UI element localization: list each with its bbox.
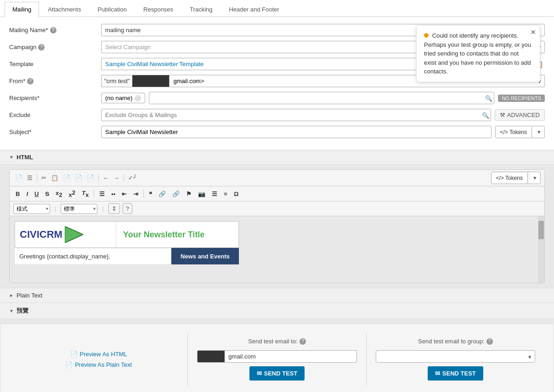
tab-publication[interactable]: Publication xyxy=(90,2,135,17)
send-masked-text xyxy=(197,350,225,363)
tooltip-content: Could not identify any recipients. Perha… xyxy=(424,31,532,76)
editor-undo-btn[interactable]: ← xyxy=(101,174,111,182)
recipient-remove-btn[interactable]: ⚪ xyxy=(134,95,141,101)
preview-inner: 📄 Preview As HTML 📄 Preview As Plain Tex… xyxy=(10,333,544,385)
html-section-title: HTML xyxy=(17,154,33,161)
newsletter-header: CIVICRM Your Newsletter Title xyxy=(15,221,239,248)
plain-text-title: Plain Text xyxy=(17,292,42,299)
heading-select[interactable]: 標準 xyxy=(61,204,97,214)
send-test-group-button[interactable]: ✉ SEND TEST xyxy=(428,366,483,381)
editor-cut-btn[interactable]: ✂ xyxy=(40,174,48,182)
mailing-name-help-icon[interactable]: ? xyxy=(50,27,57,34)
indent-btn[interactable]: ⇥ xyxy=(131,190,141,198)
send-icon: ✉ xyxy=(257,370,262,377)
plain-text-header[interactable]: ► Plain Text xyxy=(0,288,554,302)
subscript-btn[interactable]: x2 xyxy=(53,189,64,199)
style-select[interactable]: 様式 xyxy=(13,204,50,214)
preview-section-header[interactable]: ▼ 預覽 xyxy=(0,302,554,319)
tab-tracking[interactable]: Tracking xyxy=(182,2,220,17)
format-sep-1 xyxy=(94,190,94,198)
editor-toolbar-right: </> Tokens ▾ xyxy=(491,172,541,184)
editor-copy-btn[interactable]: 📋 xyxy=(49,174,60,182)
recipients-search-button[interactable]: 🔍 xyxy=(485,95,492,101)
news-events-button[interactable]: News and Events xyxy=(171,248,239,264)
editor-tokens-main[interactable]: </> Tokens xyxy=(492,173,528,184)
blockquote-btn[interactable]: ❝ xyxy=(147,190,154,198)
tab-responses[interactable]: Responses xyxy=(136,2,181,17)
editor-source-btn[interactable]: 📄 xyxy=(13,174,24,182)
remove-format-btn[interactable]: Tx xyxy=(79,189,91,199)
unordered-list-btn[interactable]: •• xyxy=(109,190,118,198)
send-test-help-icon[interactable]: ? xyxy=(300,338,306,345)
from-label: From* ? xyxy=(9,78,101,84)
ordered-list-btn[interactable]: ☰ xyxy=(97,190,107,198)
recipients-search-input[interactable] xyxy=(149,92,494,104)
toolbar-sep-3 xyxy=(124,174,124,182)
wrench-icon: ⚒ xyxy=(500,112,505,118)
editor-paste3-btn[interactable]: 📄 xyxy=(85,174,96,182)
editor-scrollbar[interactable] xyxy=(538,216,544,283)
editor-expand-button[interactable]: ⇕ xyxy=(108,203,120,214)
tab-mailing[interactable]: Mailing xyxy=(5,2,39,17)
send-group-icon: ✉ xyxy=(435,370,440,377)
subject-input[interactable] xyxy=(101,126,492,138)
subject-field: </> Tokens ▾ xyxy=(101,126,545,138)
editor-spellcheck-btn[interactable]: ✓╯ xyxy=(126,174,139,182)
html-section-header[interactable]: ▼ HTML xyxy=(0,150,554,165)
superscript-btn[interactable]: x2 xyxy=(67,188,78,199)
tokens-dropdown-arrow[interactable]: ▾ xyxy=(534,126,544,138)
send-group-help-icon[interactable]: ? xyxy=(486,338,493,345)
html-editor-container: 📄 ☰ ✂ 📋 📄 📄 📄 ← → ✓╯ </> Tokens ▾ xyxy=(9,169,545,283)
advanced-button[interactable]: ⚒ ADVANCED xyxy=(495,109,545,121)
editor-help-button[interactable]: ? xyxy=(123,203,132,214)
editor-format-btn[interactable]: ☰ xyxy=(25,174,34,182)
editor-paste-btn[interactable]: 📄 xyxy=(61,174,72,182)
tooltip-close-button[interactable]: ✕ xyxy=(531,28,536,36)
flag-btn[interactable]: ⚑ xyxy=(184,190,194,198)
outdent-btn[interactable]: ⇤ xyxy=(119,190,129,198)
strikethrough-btn[interactable]: S xyxy=(43,190,51,198)
special-chars-btn[interactable]: Ω xyxy=(232,190,241,198)
editor-content-area[interactable]: CIVICRM Your Newsletter Title xyxy=(10,216,544,283)
html-file-icon: 📄 xyxy=(70,351,78,358)
bold-btn[interactable]: B xyxy=(13,190,22,198)
unlink-btn[interactable]: 🔗 xyxy=(170,190,182,198)
preview-toggle-icon: ▼ xyxy=(9,308,14,314)
send-group-select-wrapper: ▾ xyxy=(376,350,535,363)
editor-paste2-btn[interactable]: 📄 xyxy=(73,174,84,182)
preview-plain-link[interactable]: 📄 Preview As Plain Text xyxy=(65,361,132,368)
exclude-input[interactable] xyxy=(101,109,491,121)
recipient-tag-label: (no name) xyxy=(105,95,132,101)
html-toggle-icon: ▼ xyxy=(9,155,14,160)
send-email-suffix: gmail.com xyxy=(225,350,356,363)
recipients-field: (no name) ⚪ 🔍 NO RECIPIENTS xyxy=(101,92,545,104)
send-test-group-btn-label: SEND TEST xyxy=(442,370,476,377)
campaign-help-icon[interactable]: ? xyxy=(38,44,45,50)
align-btn[interactable]: ≡ xyxy=(221,190,230,198)
table-btn[interactable]: ☰ xyxy=(209,190,220,198)
editor-tokens-arrow[interactable]: ▾ xyxy=(530,172,540,184)
newsletter-body: Greetings {contact.display_name}, News a… xyxy=(15,248,239,264)
newsletter-title: Your Newsletter Title xyxy=(123,230,204,239)
preview-html-link[interactable]: 📄 Preview As HTML xyxy=(70,351,127,358)
tab-attachments[interactable]: Attachments xyxy=(40,2,89,17)
tab-header-footer[interactable]: Header and Footer xyxy=(221,2,287,17)
svg-marker-0 xyxy=(65,226,83,243)
send-group-select[interactable] xyxy=(376,350,535,363)
underline-btn[interactable]: U xyxy=(32,190,41,198)
link-btn[interactable]: 🔗 xyxy=(156,190,168,198)
format-sep-2 xyxy=(143,190,144,198)
image-btn[interactable]: 📷 xyxy=(196,190,208,198)
exclude-search-button[interactable]: 🔍 xyxy=(482,112,489,118)
newsletter-greeting: Greetings {contact.display_name}, xyxy=(15,248,171,264)
editor-redo-btn[interactable]: → xyxy=(112,174,121,182)
recipients-container: (no name) ⚪ 🔍 NO RECIPIENTS xyxy=(101,92,545,104)
advanced-label: ADVANCED xyxy=(507,112,540,118)
italic-btn[interactable]: I xyxy=(24,190,30,198)
from-help-icon[interactable]: ? xyxy=(27,78,34,84)
exclude-container: 🔍 ⚒ ADVANCED xyxy=(101,109,545,121)
toolbar-sep-1 xyxy=(37,174,37,182)
from-masked-text xyxy=(132,75,169,87)
send-test-email-button[interactable]: ✉ SEND TEST xyxy=(249,366,305,381)
tokens-main-button[interactable]: </> Tokens xyxy=(496,127,532,138)
